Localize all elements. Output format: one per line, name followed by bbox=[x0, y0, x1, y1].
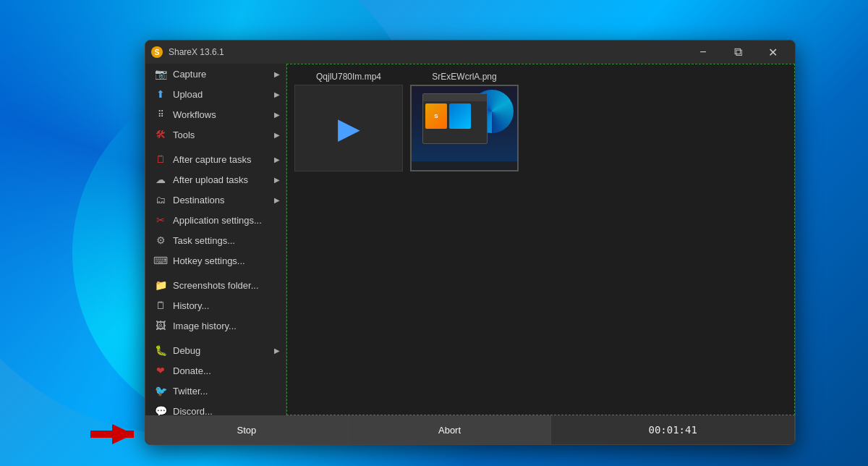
app-settings-icon: ✂ bbox=[154, 213, 167, 226]
menu-item-debug[interactable]: 🐛 Debug ▶ bbox=[145, 340, 286, 360]
menu-item-capture[interactable]: 📷 Capture ▶ bbox=[145, 64, 286, 84]
screenshot-preview: S bbox=[412, 86, 517, 170]
screenshots-folder-icon: 📁 bbox=[154, 279, 167, 292]
capture-icon: 📷 bbox=[154, 67, 167, 80]
donate-icon: ❤ bbox=[154, 364, 167, 377]
menu-item-discord[interactable]: 💬 Discord... bbox=[145, 401, 286, 415]
menu-item-twitter[interactable]: 🐦 Twitter... bbox=[145, 381, 286, 401]
capture-arrow: ▶ bbox=[274, 70, 280, 78]
hotkey-settings-label: Hotkey settings... bbox=[173, 255, 245, 266]
sharex-window: S ShareX 13.6.1 − ⧉ ✕ 📷 Capture ▶ ⬆ Uplo… bbox=[145, 40, 796, 445]
titlebar: S ShareX 13.6.1 − ⧉ ✕ bbox=[145, 41, 795, 64]
menu-item-image-history[interactable]: 🖼 Image history... bbox=[145, 315, 286, 336]
menu-item-upload[interactable]: ⬆ Upload ▶ bbox=[145, 84, 286, 104]
upload-arrow: ▶ bbox=[274, 90, 280, 98]
menu-item-tools[interactable]: 🛠 Tools ▶ bbox=[145, 124, 286, 145]
menu-panel: 📷 Capture ▶ ⬆ Upload ▶ ⠿ Workflows ▶ 🛠 T… bbox=[145, 64, 286, 415]
taskbar-mini bbox=[412, 161, 517, 170]
menu-item-workflows[interactable]: ⠿ Workflows ▶ bbox=[145, 104, 286, 124]
workflows-label: Workflows bbox=[173, 109, 216, 120]
after-upload-icon: ☁ bbox=[154, 173, 167, 186]
restore-button[interactable]: ⧉ bbox=[721, 41, 754, 64]
menu-item-after-capture[interactable]: 🗒 After capture tasks ▶ bbox=[145, 149, 286, 169]
donate-label: Donate... bbox=[173, 365, 211, 376]
menu-item-after-upload[interactable]: ☁ After upload tasks ▶ bbox=[145, 169, 286, 190]
debug-label: Debug bbox=[173, 345, 200, 356]
upload-icon: ⬆ bbox=[154, 88, 167, 101]
debug-arrow: ▶ bbox=[274, 347, 280, 355]
debug-icon: 🐛 bbox=[154, 344, 167, 357]
minimize-button[interactable]: − bbox=[686, 41, 720, 64]
after-upload-label: After upload tasks bbox=[173, 174, 248, 185]
app-icon: S bbox=[151, 46, 163, 58]
menu-item-hotkey-settings[interactable]: ⌨ Hotkey settings... bbox=[145, 250, 286, 271]
menu-item-screenshots-folder[interactable]: 📁 Screenshots folder... bbox=[145, 275, 286, 295]
task-settings-icon: ⚙ bbox=[154, 234, 167, 247]
window-controls: − ⧉ ✕ bbox=[686, 41, 789, 64]
thumb-orange: S bbox=[425, 103, 447, 129]
after-capture-label: After capture tasks bbox=[173, 154, 251, 165]
destinations-arrow: ▶ bbox=[274, 196, 280, 204]
capture-label: Capture bbox=[173, 69, 206, 80]
twitter-label: Twitter... bbox=[173, 386, 208, 397]
discord-label: Discord... bbox=[173, 406, 213, 416]
discord-icon: 💬 bbox=[154, 404, 167, 415]
bottom-bar: Stop Abort 00:01:41 bbox=[145, 415, 795, 444]
after-capture-icon: 🗒 bbox=[154, 153, 167, 166]
abort-button[interactable]: Abort bbox=[349, 415, 552, 444]
video-filename: QqjlU780Im.mp4 bbox=[316, 72, 381, 82]
tools-label: Tools bbox=[173, 130, 195, 140]
twitter-icon: 🐦 bbox=[154, 384, 167, 397]
menu-item-donate[interactable]: ❤ Donate... bbox=[145, 360, 286, 381]
task-settings-label: Task settings... bbox=[173, 235, 235, 246]
red-arrow-indicator bbox=[112, 424, 156, 444]
file-card-screenshot[interactable]: SrExEWcrlA.png S bbox=[410, 72, 519, 171]
destinations-label: Destinations bbox=[173, 195, 225, 206]
after-upload-arrow: ▶ bbox=[274, 176, 280, 184]
menu-item-history[interactable]: 🗒 History... bbox=[145, 295, 286, 315]
window-mini: S bbox=[422, 93, 488, 144]
content-area: QqjlU780Im.mp4 ▶ SrExEWcrlA.png bbox=[286, 64, 795, 415]
tools-arrow: ▶ bbox=[274, 131, 280, 139]
stop-button[interactable]: Stop bbox=[145, 415, 349, 444]
thumb-blue bbox=[449, 103, 471, 129]
file-card-video[interactable]: QqjlU780Im.mp4 ▶ bbox=[294, 72, 403, 171]
window-body: 📷 Capture ▶ ⬆ Upload ▶ ⠿ Workflows ▶ 🛠 T… bbox=[145, 64, 795, 415]
window-content-mini: S bbox=[423, 101, 487, 131]
titlebar-left: S ShareX 13.6.1 bbox=[151, 46, 224, 58]
menu-item-destinations[interactable]: 🗂 Destinations ▶ bbox=[145, 190, 286, 210]
hotkey-settings-icon: ⌨ bbox=[154, 254, 167, 267]
video-play-icon: ▶ bbox=[338, 111, 360, 145]
menu-item-task-settings[interactable]: ⚙ Task settings... bbox=[145, 230, 286, 250]
timer-display: 00:01:41 bbox=[551, 415, 795, 444]
image-history-icon: 🖼 bbox=[154, 319, 167, 332]
screenshot-filename: SrExEWcrlA.png bbox=[432, 72, 496, 82]
video-thumbnail[interactable]: ▶ bbox=[294, 85, 403, 171]
app-settings-label: Application settings... bbox=[173, 215, 262, 226]
screenshot-thumbnail[interactable]: S bbox=[410, 85, 519, 171]
destinations-icon: 🗂 bbox=[154, 193, 167, 206]
workflows-icon: ⠿ bbox=[154, 108, 167, 121]
workflows-arrow: ▶ bbox=[274, 111, 280, 119]
after-capture-arrow: ▶ bbox=[274, 156, 280, 164]
window-title: ShareX 13.6.1 bbox=[169, 47, 224, 57]
image-history-label: Image history... bbox=[173, 321, 237, 331]
history-label: History... bbox=[173, 300, 209, 311]
upload-label: Upload bbox=[173, 89, 203, 100]
window-tb-mini bbox=[423, 94, 487, 101]
menu-item-app-settings[interactable]: ✂ Application settings... bbox=[145, 210, 286, 230]
screenshots-folder-label: Screenshots folder... bbox=[173, 280, 259, 291]
history-icon: 🗒 bbox=[154, 299, 167, 312]
close-button[interactable]: ✕ bbox=[756, 41, 789, 64]
tools-icon: 🛠 bbox=[154, 128, 167, 141]
